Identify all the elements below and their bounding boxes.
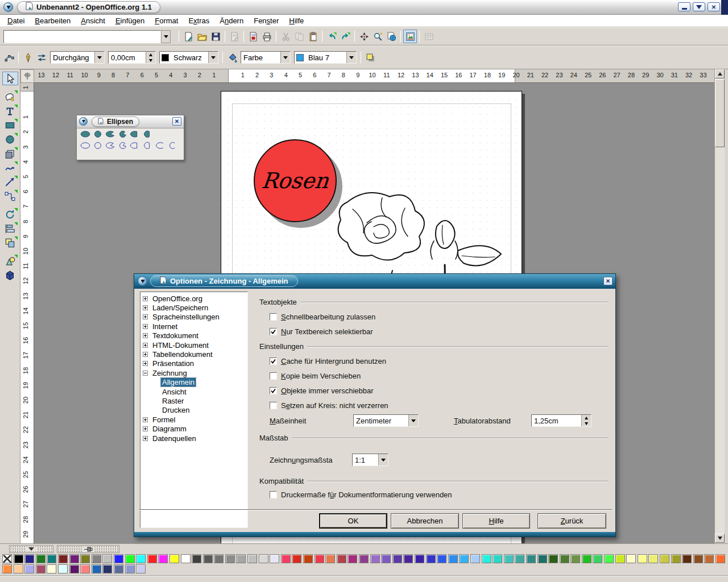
color-swatch[interactable] — [660, 554, 669, 563]
outline-circle-pie-button[interactable] — [117, 140, 129, 151]
color-swatch[interactable] — [593, 554, 602, 563]
tree-item-datenquellen[interactable]: Datenquellen — [140, 434, 247, 443]
checkbox-icon[interactable] — [270, 357, 277, 365]
color-swatch[interactable] — [615, 554, 625, 563]
expand-icon[interactable] — [143, 305, 148, 310]
color-swatch[interactable] — [671, 554, 681, 563]
color-swatch[interactable] — [604, 554, 614, 563]
color-swatch[interactable] — [626, 554, 636, 563]
menu-item-extras[interactable]: Extras — [183, 15, 214, 26]
tree-item-allgemein[interactable]: Allgemein — [140, 378, 247, 387]
line-dialog-button[interactable] — [21, 51, 35, 64]
menu-item-ansicht[interactable]: Ansicht — [76, 15, 110, 26]
color-swatch[interactable] — [504, 554, 514, 563]
color-swatch[interactable] — [370, 554, 380, 563]
save-button[interactable] — [209, 30, 222, 43]
menu-item-einfgen[interactable]: Einfügen — [110, 15, 150, 26]
ellipse-segment-button[interactable] — [129, 129, 142, 139]
checkbox-text-area-only[interactable]: Nur Textbereich selektierbar — [270, 327, 373, 336]
print-button[interactable] — [260, 30, 274, 43]
checkbox-quick-edit[interactable]: Schnellbearbeitung zulassen — [270, 313, 375, 321]
color-swatch[interactable] — [392, 554, 402, 563]
checkbox-icon[interactable] — [270, 372, 277, 380]
navigator-button[interactable] — [357, 30, 371, 43]
tree-item-textdokument[interactable]: Textdokument — [140, 331, 247, 340]
color-swatch[interactable] — [181, 554, 191, 563]
expand-icon[interactable] — [143, 343, 148, 348]
checkbox-icon[interactable] — [270, 491, 277, 498]
color-swatch[interactable] — [102, 564, 112, 573]
color-swatch[interactable] — [92, 564, 101, 573]
lines-arrows-tool[interactable] — [2, 175, 18, 189]
3d-controller-tool[interactable] — [2, 268, 18, 282]
expand-icon[interactable] — [143, 333, 148, 338]
outline-ellipse-pie-button[interactable] — [104, 140, 117, 151]
color-swatch[interactable] — [69, 564, 79, 573]
menu-item-bearbeiten[interactable]: Bearbeiten — [30, 15, 76, 26]
chevron-down-icon[interactable] — [408, 415, 418, 426]
menu-item-datei[interactable]: Datei — [2, 15, 30, 26]
paste-button[interactable] — [306, 30, 320, 43]
line-color-combo[interactable]: Schwarz — [159, 51, 218, 64]
new-document-button[interactable] — [181, 30, 195, 43]
color-swatch[interactable] — [426, 554, 436, 563]
color-swatch[interactable] — [537, 554, 547, 563]
expand-icon[interactable] — [143, 436, 148, 441]
color-swatch[interactable] — [192, 554, 201, 563]
outline-circle-arc-button[interactable] — [167, 140, 179, 151]
color-swatch[interactable] — [136, 564, 146, 573]
color-swatch[interactable] — [348, 554, 357, 563]
line-width-spinner[interactable]: 0,00cm — [108, 51, 156, 64]
color-swatch[interactable] — [437, 554, 446, 563]
color-swatch[interactable] — [58, 554, 68, 563]
help-button[interactable]: Hilfe — [462, 513, 530, 529]
edit-points-button[interactable] — [2, 51, 16, 64]
color-swatch[interactable] — [270, 554, 279, 563]
color-swatch[interactable] — [715, 554, 725, 563]
collapse-icon[interactable] — [143, 371, 148, 376]
color-swatch[interactable] — [560, 554, 569, 563]
horizontal-ruler[interactable]: 1312111098765432112345678910111213141516… — [34, 69, 714, 83]
expand-icon[interactable] — [143, 314, 148, 319]
color-swatch[interactable] — [169, 554, 179, 563]
circle-segment-button[interactable] — [142, 129, 154, 139]
arrange-tool[interactable] — [2, 236, 18, 250]
tree-item-drucken[interactable]: Drucken — [140, 406, 247, 415]
chevron-down-icon[interactable] — [346, 52, 356, 63]
expand-icon[interactable] — [143, 352, 148, 357]
color-swatch[interactable] — [2, 564, 12, 573]
color-swatch[interactable] — [515, 554, 524, 563]
tree-item-pr-sentation[interactable]: Präsentation — [140, 359, 247, 368]
tree-item-zeichnung[interactable]: Zeichnung — [140, 368, 247, 377]
outline-circle-button[interactable] — [92, 140, 104, 151]
color-swatch[interactable] — [225, 554, 235, 563]
ruler-origin-button[interactable] — [20, 69, 34, 83]
area-dialog-button[interactable] — [225, 51, 239, 64]
toolbar-menu-button[interactable] — [79, 117, 88, 126]
connector-tool[interactable] — [2, 189, 18, 203]
cancel-button[interactable]: Abbrechen — [391, 513, 459, 529]
vertical-ruler[interactable]: 1123456789101112131415161718192021222324… — [20, 83, 34, 543]
menu-item-hilfe[interactable]: Hilfe — [284, 15, 309, 26]
menu-item-fenster[interactable]: Fenster — [249, 15, 284, 26]
color-swatch[interactable] — [236, 554, 246, 563]
color-swatch[interactable] — [570, 554, 580, 563]
color-swatch[interactable] — [102, 554, 112, 563]
color-swatch[interactable] — [147, 554, 157, 563]
shadow-toggle-button[interactable] — [363, 51, 377, 64]
color-swatch[interactable] — [415, 554, 424, 563]
checkbox-objects-movable[interactable]: Objekte immer verschiebbar — [270, 386, 374, 395]
expand-icon[interactable] — [143, 426, 148, 431]
ellipse-pie-button[interactable] — [104, 129, 117, 139]
expand-icon[interactable] — [143, 324, 148, 329]
color-swatch[interactable] — [704, 554, 714, 563]
redo-button[interactable] — [338, 30, 352, 43]
color-swatch[interactable] — [47, 564, 56, 573]
url-dropdown-button[interactable] — [161, 30, 171, 43]
circle-pie-button[interactable] — [117, 129, 129, 139]
insert-graphics-button[interactable] — [403, 30, 417, 43]
tree-item-ansicht[interactable]: Ansicht — [140, 387, 247, 396]
color-swatch[interactable] — [526, 554, 536, 563]
outline-circle-segment-button[interactable] — [142, 140, 154, 151]
circle-button[interactable] — [92, 129, 104, 139]
